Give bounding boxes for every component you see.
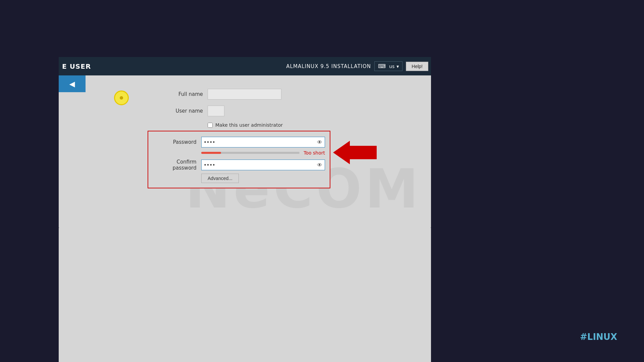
- password-label: Password: [153, 139, 197, 145]
- header-bar: E USER ALMALINUX 9.5 INSTALLATION ⌨ us ▾…: [59, 57, 431, 75]
- password-row: Password 👁: [153, 137, 325, 147]
- bottom-background: [59, 228, 431, 362]
- confirm-password-row: Confirm password 👁: [153, 159, 325, 171]
- strength-bar-container: [201, 152, 300, 154]
- top-background: [59, 0, 431, 57]
- confirm-password-input-wrap: 👁: [201, 160, 325, 170]
- header-right-area: ALMALINUX 9.5 INSTALLATION ⌨ us ▾ Help!: [286, 61, 431, 71]
- lang-value: us: [389, 64, 394, 69]
- form-area: Full name User name Make this user admin…: [59, 75, 431, 140]
- language-selector[interactable]: ⌨ us ▾: [374, 61, 402, 71]
- advanced-button[interactable]: Advanced...: [201, 174, 239, 183]
- strength-bar-fill: [201, 152, 221, 154]
- cursor-indicator: [114, 90, 129, 105]
- password-input-wrap: 👁: [201, 137, 325, 147]
- admin-checkbox[interactable]: [208, 123, 213, 128]
- keyboard-icon: ⌨: [378, 63, 386, 69]
- strength-bar-row: Too short: [153, 150, 325, 156]
- right-background: [431, 0, 644, 362]
- confirm-password-visibility-toggle[interactable]: 👁: [317, 162, 322, 168]
- linux-tag: #LINUX: [580, 332, 617, 342]
- confirm-password-label: Confirm password: [153, 159, 197, 171]
- user-name-input[interactable]: [208, 106, 224, 116]
- full-name-input[interactable]: [208, 89, 281, 100]
- admin-checkbox-label: Make this user administrator: [215, 122, 283, 128]
- cursor-dot: [120, 96, 123, 100]
- svg-marker-0: [333, 141, 377, 164]
- lang-dropdown-arrow: ▾: [396, 64, 399, 69]
- user-name-row: User name: [59, 106, 431, 116]
- almalinux-label: ALMALINUX 9.5 INSTALLATION: [286, 63, 371, 69]
- full-name-label: Full name: [159, 91, 203, 97]
- admin-checkbox-row: Make this user administrator: [59, 122, 431, 128]
- left-background: [0, 0, 59, 362]
- password-input[interactable]: [201, 137, 325, 147]
- password-section: Password 👁 Too short Confirm password 👁 …: [148, 131, 330, 188]
- confirm-password-input[interactable]: [201, 160, 325, 170]
- help-button[interactable]: Help!: [406, 62, 428, 71]
- user-name-label: User name: [159, 108, 203, 114]
- strength-label: Too short: [304, 150, 325, 156]
- red-arrow-annotation: [333, 139, 377, 167]
- password-visibility-toggle[interactable]: 👁: [317, 139, 322, 145]
- page-title: E USER: [62, 62, 91, 70]
